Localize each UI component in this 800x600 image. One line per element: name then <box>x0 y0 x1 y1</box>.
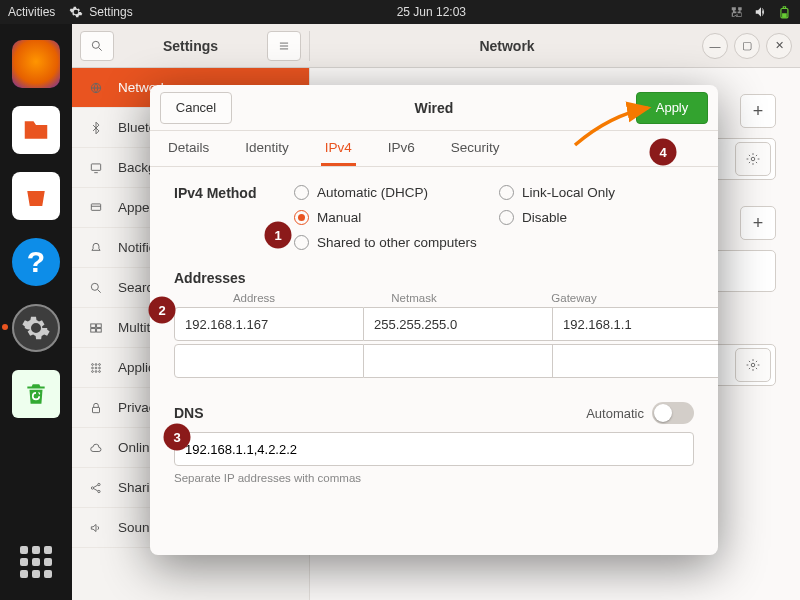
ipv4-tab-body: IPv4 Method Automatic (DHCP) Link-Local … <box>150 167 718 555</box>
svg-point-23 <box>95 370 97 372</box>
topbar-clock[interactable]: 25 Jun 12:03 <box>133 5 730 19</box>
sound-icon <box>88 521 104 535</box>
col-gateway: Gateway <box>494 292 654 304</box>
svg-point-32 <box>751 363 755 367</box>
dns-auto-label: Automatic <box>586 406 644 421</box>
svg-rect-15 <box>97 328 102 332</box>
dock-firefox-icon[interactable] <box>12 40 60 88</box>
netmask-input[interactable] <box>364 344 553 378</box>
address-row <box>174 307 694 341</box>
svg-point-19 <box>92 367 94 369</box>
svg-point-26 <box>91 486 93 488</box>
svg-point-27 <box>98 483 100 485</box>
cloud-icon <box>88 441 104 455</box>
tab-details[interactable]: Details <box>164 132 213 166</box>
ipv4-method-shared[interactable]: Shared to other computers <box>294 235 694 250</box>
proxy-settings-button[interactable] <box>735 348 771 382</box>
svg-point-24 <box>99 370 101 372</box>
wired-settings-button[interactable] <box>735 142 771 176</box>
svg-rect-13 <box>97 323 102 327</box>
svg-point-20 <box>95 367 97 369</box>
search-icon <box>90 39 104 53</box>
dns-auto-toggle[interactable] <box>652 402 694 424</box>
annotation-3: 3 <box>165 425 189 449</box>
window-minimize-button[interactable]: ― <box>702 33 728 59</box>
svg-line-30 <box>94 488 98 490</box>
add-wired-button[interactable]: + <box>740 94 776 128</box>
dock-show-apps-icon[interactable] <box>16 542 56 582</box>
appearance-icon <box>88 201 104 215</box>
ubuntu-dock: ? <box>0 24 72 600</box>
dock-settings-icon[interactable] <box>12 304 60 352</box>
svg-line-29 <box>94 485 98 487</box>
grid-icon <box>88 361 104 375</box>
address-row <box>174 344 694 378</box>
svg-point-21 <box>99 367 101 369</box>
network-wired-icon <box>730 5 744 19</box>
dns-label: DNS <box>174 405 204 421</box>
add-vpn-button[interactable]: + <box>740 206 776 240</box>
dock-software-icon[interactable] <box>12 172 60 220</box>
svg-rect-14 <box>91 328 96 332</box>
addresses-table: Address Netmask Gateway <box>174 292 694 378</box>
annotation-1: 1 <box>266 223 290 247</box>
tab-ipv6[interactable]: IPv6 <box>384 132 419 166</box>
battery-icon <box>778 5 792 19</box>
search-icon <box>88 281 104 295</box>
activities-button[interactable]: Activities <box>8 5 55 19</box>
svg-point-28 <box>98 490 100 492</box>
tab-ipv4[interactable]: IPv4 <box>321 132 356 166</box>
gear-icon <box>746 152 760 166</box>
settings-search-button[interactable] <box>80 31 114 61</box>
cancel-button[interactable]: Cancel <box>160 92 232 124</box>
ipv4-method-manual[interactable]: Manual <box>294 210 489 225</box>
netmask-input[interactable] <box>364 307 553 341</box>
settings-menu-button[interactable] <box>267 31 301 61</box>
svg-point-31 <box>751 157 755 161</box>
topbar-system-area[interactable] <box>730 5 792 19</box>
connection-editor-dialog: Cancel Wired Apply DetailsIdentityIPv4IP… <box>150 85 718 555</box>
dialog-header: Cancel Wired Apply <box>150 85 718 131</box>
svg-rect-25 <box>93 407 100 412</box>
dns-hint: Separate IP addresses with commas <box>174 472 694 484</box>
settings-panel-title: Network <box>318 38 696 54</box>
volume-icon <box>754 5 768 19</box>
svg-rect-12 <box>91 323 96 327</box>
window-maximize-button[interactable]: ▢ <box>734 33 760 59</box>
gateway-input[interactable] <box>553 307 718 341</box>
svg-rect-9 <box>91 203 100 209</box>
tab-security[interactable]: Security <box>447 132 504 166</box>
topbar-appmenu[interactable]: Settings <box>69 5 132 19</box>
dialog-tabs: DetailsIdentityIPv4IPv6Security <box>150 131 718 167</box>
bluetooth-icon <box>88 121 104 135</box>
dock-trash-icon[interactable] <box>12 370 60 418</box>
gateway-input[interactable] <box>553 344 718 378</box>
address-input[interactable] <box>174 344 364 378</box>
globe-icon <box>88 81 104 95</box>
ipv4-method-auto[interactable]: Automatic (DHCP) <box>294 185 489 200</box>
svg-point-17 <box>95 363 97 365</box>
svg-line-11 <box>98 289 101 292</box>
svg-point-18 <box>99 363 101 365</box>
svg-point-22 <box>92 370 94 372</box>
gnome-topbar: Activities Settings 25 Jun 12:03 <box>0 0 800 24</box>
gear-icon <box>746 358 760 372</box>
bell-icon <box>88 241 104 255</box>
svg-line-2 <box>99 47 102 50</box>
col-netmask: Netmask <box>334 292 494 304</box>
dns-input[interactable] <box>174 432 694 466</box>
tab-identity[interactable]: Identity <box>241 132 293 166</box>
multitask-icon <box>88 321 104 335</box>
apply-button[interactable]: Apply <box>636 92 708 124</box>
gear-icon <box>69 5 83 19</box>
col-address: Address <box>174 292 334 304</box>
dock-files-icon[interactable] <box>12 106 60 154</box>
window-close-button[interactable]: ✕ <box>766 33 792 59</box>
address-input[interactable] <box>174 307 364 341</box>
hamburger-icon <box>277 39 291 53</box>
ipv4-method-linklocal[interactable]: Link-Local Only <box>499 185 694 200</box>
settings-titlebar: Settings Network ― ▢ ✕ <box>72 24 800 68</box>
dock-help-icon[interactable]: ? <box>12 238 60 286</box>
display-icon <box>88 161 104 175</box>
ipv4-method-disable[interactable]: Disable <box>499 210 694 225</box>
